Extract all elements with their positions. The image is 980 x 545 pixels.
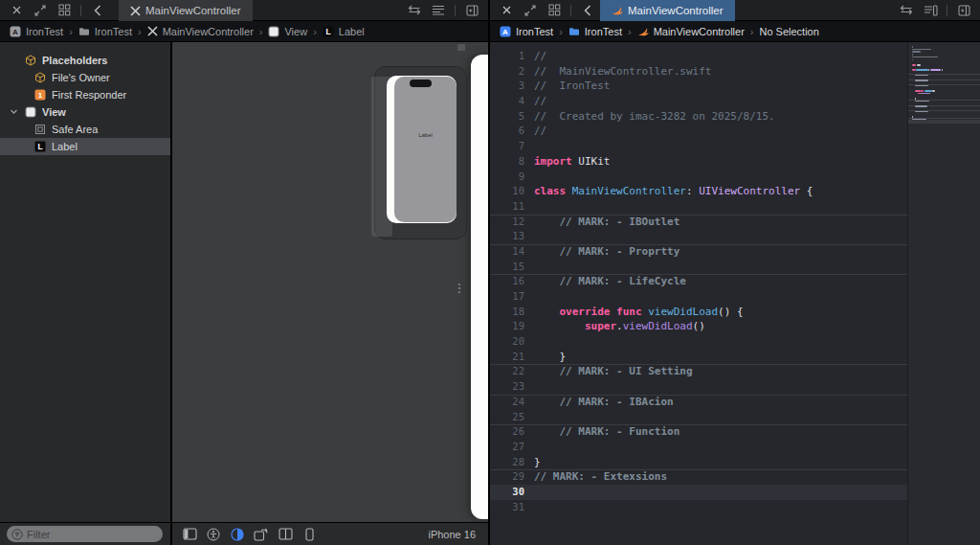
code-line-9[interactable]: 9 xyxy=(490,170,907,185)
close-editor-button[interactable] xyxy=(499,3,514,18)
code-line-1[interactable]: 1// xyxy=(490,49,907,64)
code-line-15[interactable]: 15 xyxy=(490,260,907,275)
adjacent-scene-view[interactable] xyxy=(471,55,488,519)
line-number: 28 xyxy=(490,455,524,470)
breadcrumb-file[interactable]: MainViewController xyxy=(637,26,745,37)
editor-grid-icon[interactable] xyxy=(546,3,562,18)
device-icon[interactable] xyxy=(301,527,317,542)
code-line-7[interactable]: 7 xyxy=(490,139,907,154)
tab-mainviewcontroller-swift[interactable]: MainViewController xyxy=(600,0,735,21)
code-line-29[interactable]: 29// MARK: - Extexsions xyxy=(490,469,907,485)
device-name-label[interactable]: iPhone 16 xyxy=(428,529,488,540)
code-line-5[interactable]: 5// Created by imac-3282 on 2025/8/15. xyxy=(490,109,907,125)
back-button[interactable] xyxy=(90,3,105,18)
outline-row-file-s-owner[interactable]: File's Owner xyxy=(0,69,170,86)
canvas-label-element[interactable]: Label xyxy=(394,132,457,138)
breadcrumb-file[interactable]: MainViewController xyxy=(147,26,254,37)
outline-row-label[interactable]: LLabel xyxy=(0,138,170,155)
outline-row-label: Safe Area xyxy=(52,124,98,135)
code-line-27[interactable]: 27 xyxy=(490,440,907,455)
disclosure-chevron-icon[interactable] xyxy=(10,107,18,116)
code-line-23[interactable]: 23 xyxy=(490,379,907,395)
expand-editor-icon[interactable] xyxy=(523,3,538,18)
outline-row-first-responder[interactable]: 1First Responder xyxy=(0,86,170,103)
code-line-10[interactable]: 10class MainViewController: UIViewContro… xyxy=(490,184,907,199)
code-line-24[interactable]: 24 // MARK: - IBAcion xyxy=(490,395,907,410)
code-line-3[interactable]: 3// IronTest xyxy=(490,79,907,94)
line-number: 8 xyxy=(490,154,524,170)
code-line-8[interactable]: 8import UIKit xyxy=(490,154,907,170)
code-text: override func viewDidLoad() { xyxy=(534,305,744,320)
orientation-icon[interactable] xyxy=(254,527,269,542)
line-number: 22 xyxy=(490,364,524,379)
code-line-19[interactable]: 19 super.viewDidLoad() xyxy=(490,319,907,334)
code-line-16[interactable]: 16 // MARK: - LifeCycle xyxy=(490,274,907,289)
code-line-17[interactable]: 17 xyxy=(490,289,907,305)
add-editor-button[interactable] xyxy=(464,3,479,18)
filter-field[interactable] xyxy=(7,526,163,542)
code-review-icon[interactable] xyxy=(407,3,422,18)
line-number: 4 xyxy=(490,94,524,109)
breadcrumb-label[interactable]: L Label xyxy=(323,26,365,37)
cube-icon xyxy=(25,55,36,66)
xcode-window: MainViewController A IronTest xyxy=(0,0,980,545)
code-line-18[interactable]: 18 override func viewDidLoad() { xyxy=(490,305,907,320)
right-tab-bar: MainViewController xyxy=(490,0,980,21)
editor-grid-icon[interactable] xyxy=(56,3,72,18)
code-line-14[interactable]: 14 // MARK: - Proprtty xyxy=(490,244,907,260)
outline-toggle-icon[interactable] xyxy=(182,527,197,542)
outline-row-safe-area[interactable]: Safe Area xyxy=(0,121,170,138)
code-line-31[interactable]: 31 xyxy=(490,500,907,515)
breadcrumb-view[interactable]: View xyxy=(268,26,307,37)
code-line-13[interactable]: 13 xyxy=(490,229,907,244)
scene-control[interactable] xyxy=(457,44,465,51)
add-editor-button[interactable] xyxy=(956,3,971,18)
back-button[interactable] xyxy=(580,3,595,18)
toolbar-divider xyxy=(570,5,571,16)
label-icon: L xyxy=(323,26,334,37)
expand-editor-icon[interactable] xyxy=(33,3,48,18)
code-line-21[interactable]: 21 } xyxy=(490,350,907,365)
split-preview-icon[interactable] xyxy=(278,527,293,542)
code-line-11[interactable]: 11 xyxy=(490,199,907,215)
line-number: 6 xyxy=(490,124,524,139)
code-line-25[interactable]: 25 xyxy=(490,410,907,425)
line-number: 17 xyxy=(490,289,524,305)
tab-mainviewcontroller-storyboard[interactable]: MainViewController xyxy=(119,0,253,21)
code-line-30[interactable]: 30 xyxy=(490,485,907,500)
code-line-20[interactable]: 20 xyxy=(490,334,907,350)
code-line-4[interactable]: 4// xyxy=(490,94,907,109)
drag-handle-icon[interactable] xyxy=(458,284,461,295)
swift-icon xyxy=(637,26,649,37)
outline-row-view[interactable]: View xyxy=(0,103,170,121)
code-line-22[interactable]: 22 // MARK: - UI Setting xyxy=(490,364,907,379)
editor-options-icon[interactable] xyxy=(431,3,446,18)
line-number: 13 xyxy=(490,229,524,244)
minimap[interactable] xyxy=(907,42,980,545)
breadcrumb-separator-icon: › xyxy=(312,26,318,37)
outline-row-placeholders[interactable]: Placeholders xyxy=(0,52,170,69)
filter-input[interactable] xyxy=(27,529,142,540)
line-number: 29 xyxy=(490,469,524,485)
code-line-6[interactable]: 6// xyxy=(490,124,907,139)
code-line-28[interactable]: 28} xyxy=(490,455,907,470)
main-view[interactable] xyxy=(394,77,457,222)
code-text: // xyxy=(534,124,546,139)
appearance-toggle-icon[interactable] xyxy=(230,527,245,542)
breadcrumb-project[interactable]: A IronTest xyxy=(10,26,63,37)
close-editor-button[interactable] xyxy=(9,3,24,18)
code-review-icon[interactable] xyxy=(899,3,914,18)
code-line-26[interactable]: 26 // MARK: - Function xyxy=(490,424,907,440)
breadcrumb-group[interactable]: IronTest xyxy=(78,26,132,37)
accessibility-icon[interactable] xyxy=(206,527,221,542)
breadcrumb-separator-icon: › xyxy=(627,26,633,37)
breadcrumb-group[interactable]: IronTest xyxy=(568,26,622,37)
breadcrumb-selection[interactable]: No Selection xyxy=(759,26,818,37)
editor-options-icon[interactable] xyxy=(923,3,938,18)
storyboard-canvas[interactable]: Label xyxy=(172,42,488,522)
breadcrumb-project[interactable]: A IronTest xyxy=(500,26,553,37)
code-line-2[interactable]: 2// MainViewController.swift xyxy=(490,64,907,79)
code-text: import UIKit xyxy=(534,154,611,170)
code-editor[interactable]: 1//2// MainViewController.swift3// IronT… xyxy=(490,42,980,545)
code-line-12[interactable]: 12 // MARK: - IBOutlet xyxy=(490,215,907,230)
